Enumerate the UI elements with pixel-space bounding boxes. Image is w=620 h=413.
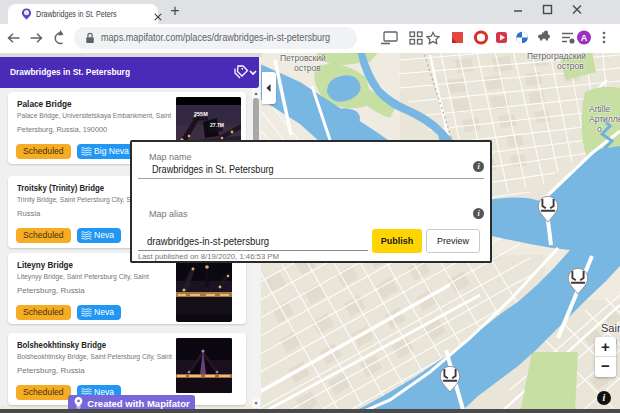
svg-text:255M: 255M	[194, 111, 208, 117]
svg-text:A: A	[581, 33, 588, 43]
svg-text:27.7M: 27.7M	[210, 122, 224, 128]
